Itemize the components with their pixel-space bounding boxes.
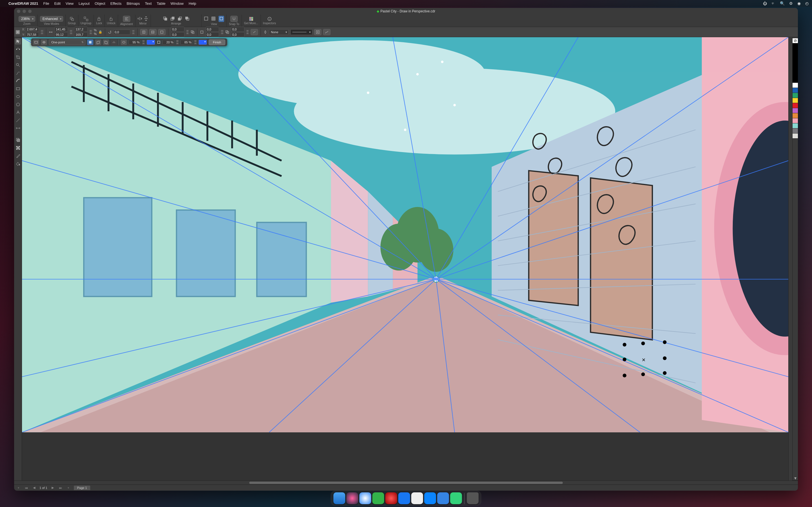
view-guidelines-button[interactable] xyxy=(218,16,224,22)
palette-swatch[interactable] xyxy=(793,83,798,88)
dock-finder[interactable] xyxy=(334,492,345,504)
finish-button[interactable]: Finish xyxy=(209,40,225,45)
dock-appstore[interactable] xyxy=(424,492,436,504)
next-page-button[interactable]: ▶ xyxy=(50,486,55,490)
palette-swatch[interactable] xyxy=(793,93,798,98)
menu-object[interactable]: Object xyxy=(95,1,105,6)
dock-coreldraw[interactable] xyxy=(372,492,384,504)
dup-spinner[interactable]: ▲▼ xyxy=(246,30,249,35)
relative-button[interactable] xyxy=(251,29,258,35)
skew-x-field[interactable]: 0,0 xyxy=(171,27,185,32)
order-backward-button[interactable] xyxy=(177,16,182,21)
dock-photobooth[interactable] xyxy=(386,492,397,504)
group-button[interactable] xyxy=(70,17,74,21)
palette-noswatch[interactable]: ⊘ xyxy=(793,38,798,43)
unlock-button[interactable] xyxy=(109,17,113,21)
width-field[interactable]: 141,45 xyxy=(54,27,68,32)
order-back-button[interactable] xyxy=(185,16,190,21)
battery-icon[interactable]: ⏻ xyxy=(763,1,767,6)
menu-text[interactable]: Text xyxy=(145,1,152,6)
pick-tool[interactable] xyxy=(15,38,21,45)
mirror-h-button[interactable] xyxy=(138,16,142,21)
eyedropper-tool[interactable] xyxy=(15,153,21,159)
flip-v-button[interactable] xyxy=(149,29,156,35)
text-tool[interactable] xyxy=(15,109,21,115)
grid-color-1-swatch[interactable] xyxy=(147,40,155,45)
dimension-tool[interactable] xyxy=(15,125,21,131)
grid-color-2-swatch[interactable] xyxy=(199,40,207,45)
palette-swatch[interactable] xyxy=(793,103,798,108)
last-page-button[interactable]: ⏭ xyxy=(58,486,63,490)
palette-swatch[interactable] xyxy=(793,123,798,128)
artistic-media-tool[interactable] xyxy=(15,78,21,84)
ellipse-tool[interactable] xyxy=(15,94,21,100)
height-field[interactable]: 99,12 xyxy=(54,32,68,37)
lock-ratio-button[interactable]: 🔒 xyxy=(98,30,102,34)
page-tab-1[interactable]: Page 1 xyxy=(74,486,91,490)
outline-width-combo[interactable]: None xyxy=(269,29,289,35)
origin-icon[interactable] xyxy=(16,30,20,34)
palette-swatch[interactable] xyxy=(793,113,798,118)
palette-swatch[interactable] xyxy=(793,128,798,133)
perspective-edit-button[interactable] xyxy=(33,40,39,45)
menu-edit[interactable]: Edit xyxy=(54,1,60,6)
flip-h-button[interactable] xyxy=(140,29,147,35)
wrap-text-button[interactable] xyxy=(314,29,321,35)
alignment-menu-button[interactable] xyxy=(123,16,130,22)
transparency-tool[interactable] xyxy=(15,145,21,151)
dock-launchpad[interactable] xyxy=(411,492,423,504)
grid-visibility-button[interactable] xyxy=(121,40,127,45)
palette-swatch[interactable] xyxy=(793,133,798,138)
add-page-before-button[interactable]: ＋ xyxy=(16,486,21,490)
plane-front-button[interactable] xyxy=(87,40,93,45)
palette-swatch[interactable] xyxy=(793,118,798,123)
dock-siri[interactable] xyxy=(347,492,358,504)
menu-view[interactable]: View xyxy=(66,1,73,6)
view-mode-combo[interactable]: Enhanced xyxy=(40,16,63,22)
skew-spinner[interactable]: ▲▼ xyxy=(186,30,189,35)
wifi-icon[interactable]: ᯤ xyxy=(771,1,775,6)
inspectors-button[interactable] xyxy=(267,17,272,21)
line-tool[interactable] xyxy=(15,117,21,123)
order-front-button[interactable] xyxy=(163,16,167,21)
dock-safari[interactable] xyxy=(359,492,371,504)
menu-effects[interactable]: Effects xyxy=(110,1,121,6)
lock-button[interactable] xyxy=(97,17,101,21)
flip-dup-button[interactable] xyxy=(158,29,165,35)
order-forward-button[interactable] xyxy=(170,16,175,21)
ungroup-button[interactable] xyxy=(84,17,88,21)
getmore-button[interactable] xyxy=(249,17,253,21)
dock-mail[interactable] xyxy=(437,492,449,504)
scale-x-field[interactable]: 137,2 xyxy=(74,27,88,32)
drawing-canvas[interactable]: × One-point 95 % ▲▼ 20 % ▲▼ xyxy=(22,37,788,481)
horizontal-scrollbar[interactable] xyxy=(14,481,798,485)
menu-file[interactable]: File xyxy=(43,1,49,6)
grid-opacity-1-field[interactable]: 95 % xyxy=(129,40,140,45)
dock-trash[interactable] xyxy=(467,492,479,504)
traffic-minimize[interactable] xyxy=(22,10,26,13)
app-name[interactable]: CorelDRAW 2021 xyxy=(8,1,38,6)
palette-swatch[interactable] xyxy=(793,43,798,83)
siri-icon[interactable]: ◉ xyxy=(797,1,801,6)
vertical-scrollbar[interactable] xyxy=(788,37,792,481)
palette-swatch[interactable] xyxy=(793,98,798,103)
scale-spinner[interactable]: ▲▼ xyxy=(89,30,92,35)
prev-page-button[interactable]: ◀ xyxy=(32,486,37,490)
zoom-tool[interactable] xyxy=(15,62,21,68)
palette-swatch[interactable] xyxy=(793,108,798,113)
fill-tool[interactable] xyxy=(15,161,21,167)
first-page-button[interactable]: ⏮ xyxy=(24,486,29,490)
grid-opacity-3-field[interactable]: 85 % xyxy=(181,40,192,45)
rotation-field[interactable]: 0,0 xyxy=(113,30,130,35)
dup-y-field[interactable]: 0,0 xyxy=(231,32,245,37)
scale-y-field[interactable]: 169,7 xyxy=(74,32,88,37)
spotlight-icon[interactable]: 🔍 xyxy=(780,1,784,6)
convert-curves-button[interactable] xyxy=(323,29,331,35)
menu-layout[interactable]: Layout xyxy=(79,1,90,6)
traffic-zoom[interactable] xyxy=(28,10,32,13)
op2-spinner[interactable]: ▲▼ xyxy=(176,40,179,45)
shape-tool[interactable] xyxy=(15,46,21,52)
polygon-tool[interactable] xyxy=(15,101,21,108)
view-rulers-button[interactable] xyxy=(204,16,208,21)
plane-top-button[interactable] xyxy=(111,40,117,45)
